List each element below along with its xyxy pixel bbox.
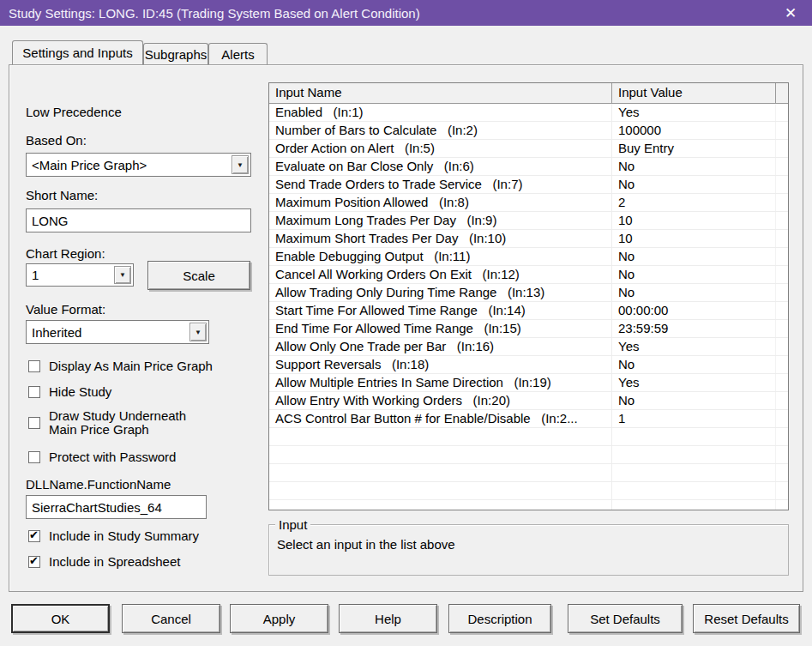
- input-value-cell[interactable]: Yes: [612, 374, 776, 391]
- input-value-cell[interactable]: 100000: [612, 122, 776, 139]
- checkbox-include-in-spreadsheet[interactable]: ✔ Include in Spreadsheet: [28, 555, 180, 569]
- input-value-cell[interactable]: 23:59:59: [612, 320, 776, 337]
- input-name-cell[interactable]: Allow Only One Trade per Bar (In:16): [269, 338, 612, 355]
- checkbox-include-in-study-summary[interactable]: ✔ Include in Study Summary: [28, 529, 199, 543]
- checkbox-box[interactable]: ✔: [28, 360, 40, 372]
- input-name-cell[interactable]: Order Action on Alert (In:5): [269, 140, 612, 157]
- input-name-cell[interactable]: [269, 446, 612, 463]
- table-row[interactable]: End Time For Allowed Time Range (In:15)2…: [269, 320, 788, 338]
- table-row[interactable]: Send Trade Orders to Trade Service (In:7…: [269, 176, 788, 194]
- table-row[interactable]: [269, 464, 788, 482]
- input-value-cell[interactable]: [612, 446, 776, 463]
- input-name-cell[interactable]: [269, 500, 612, 510]
- column-header-input-value[interactable]: Input Value: [612, 83, 776, 103]
- input-name-cell[interactable]: Maximum Position Allowed (In:8): [269, 194, 612, 211]
- help-button[interactable]: Help: [339, 604, 437, 633]
- input-name-cell[interactable]: Maximum Long Trades Per Day (In:9): [269, 212, 612, 229]
- input-name-cell[interactable]: Start Time For Allowed Time Range (In:14…: [269, 302, 612, 319]
- input-value-cell[interactable]: No: [612, 284, 776, 301]
- input-name-cell[interactable]: Allow Trading Only During Time Range (In…: [269, 284, 612, 301]
- input-value-cell[interactable]: 00:00:00: [612, 302, 776, 319]
- tab-settings-and-inputs[interactable]: Settings and Inputs: [12, 40, 143, 64]
- table-row[interactable]: Cancel All Working Orders On Exit (In:12…: [269, 266, 788, 284]
- table-row[interactable]: Support Reversals (In:18)No: [269, 356, 788, 374]
- input-value-cell[interactable]: 10: [612, 230, 776, 247]
- checkbox-display-as-main-price-graph[interactable]: ✔ Display As Main Price Graph: [28, 359, 213, 373]
- table-row[interactable]: Allow Trading Only During Time Range (In…: [269, 284, 788, 302]
- input-name-cell[interactable]: Evaluate on Bar Close Only (In:6): [269, 158, 612, 175]
- input-value-cell[interactable]: [612, 428, 776, 445]
- input-value-cell[interactable]: Buy Entry: [612, 140, 776, 157]
- table-row[interactable]: Maximum Position Allowed (In:8)2: [269, 194, 788, 212]
- dll-function-name-input[interactable]: SierraChartStudies_64: [26, 495, 207, 519]
- table-row[interactable]: Number of Bars to Calculate (In:2)100000: [269, 122, 788, 140]
- checkbox-box[interactable]: ✔: [28, 556, 40, 568]
- based-on-select[interactable]: <Main Price Graph> ▼: [26, 153, 251, 177]
- table-row[interactable]: Maximum Long Trades Per Day (In:9)10: [269, 212, 788, 230]
- input-value-cell[interactable]: No: [612, 392, 776, 409]
- input-value-cell[interactable]: No: [612, 356, 776, 373]
- input-value-cell[interactable]: Yes: [612, 338, 776, 355]
- table-row[interactable]: Enabled (In:1)Yes: [269, 104, 788, 122]
- checkbox-hide-study[interactable]: ✔ Hide Study: [28, 385, 111, 399]
- table-row[interactable]: Allow Only One Trade per Bar (In:16)Yes: [269, 338, 788, 356]
- checkbox-draw-study-underneath[interactable]: ✔ Draw Study Underneath Main Price Graph: [28, 409, 186, 437]
- cancel-button[interactable]: Cancel: [122, 604, 220, 633]
- input-name-cell[interactable]: Allow Entry With Working Orders (In:20): [269, 392, 612, 409]
- checkbox-box[interactable]: ✔: [28, 386, 40, 398]
- input-name-cell[interactable]: ACS Control Bar Button # for Enable/Disa…: [269, 410, 612, 427]
- description-button[interactable]: Description: [448, 604, 551, 633]
- chart-region-select[interactable]: 1 ▼: [26, 263, 134, 287]
- table-row[interactable]: [269, 482, 788, 500]
- table-row[interactable]: Maximum Short Trades Per Day (In:10)10: [269, 230, 788, 248]
- input-value-cell[interactable]: [612, 482, 776, 499]
- input-name-cell[interactable]: Enabled (In:1): [269, 104, 612, 121]
- input-name-cell[interactable]: Maximum Short Trades Per Day (In:10): [269, 230, 612, 247]
- input-name-cell[interactable]: Cancel All Working Orders On Exit (In:12…: [269, 266, 612, 283]
- checkbox-box[interactable]: ✔: [28, 417, 40, 429]
- scale-button[interactable]: Scale: [147, 261, 250, 290]
- value-format-select[interactable]: Inherited ▼: [26, 320, 209, 344]
- input-value-cell[interactable]: [612, 500, 776, 510]
- table-row[interactable]: [269, 446, 788, 464]
- input-name-cell[interactable]: Send Trade Orders to Trade Service (In:7…: [269, 176, 612, 193]
- column-header-input-name[interactable]: Input Name: [269, 83, 612, 103]
- input-value-cell[interactable]: No: [612, 176, 776, 193]
- ok-button[interactable]: OK: [11, 604, 110, 633]
- table-row[interactable]: Evaluate on Bar Close Only (In:6)No: [269, 158, 788, 176]
- input-value-cell[interactable]: 10: [612, 212, 776, 229]
- chevron-down-icon[interactable]: ▼: [189, 323, 207, 341]
- input-name-cell[interactable]: Allow Multiple Entries In Same Direction…: [269, 374, 612, 391]
- reset-defaults-button[interactable]: Reset Defaults: [693, 604, 800, 633]
- checkbox-box[interactable]: ✔: [28, 451, 40, 463]
- table-row[interactable]: [269, 428, 788, 446]
- table-row[interactable]: Enable Debugging Output (In:11)No: [269, 248, 788, 266]
- table-row[interactable]: Allow Entry With Working Orders (In:20)N…: [269, 392, 788, 410]
- chevron-down-icon[interactable]: ▼: [232, 155, 249, 174]
- apply-button[interactable]: Apply: [230, 604, 328, 633]
- table-row[interactable]: Order Action on Alert (In:5)Buy Entry: [269, 140, 788, 158]
- input-name-cell[interactable]: End Time For Allowed Time Range (In:15): [269, 320, 612, 337]
- input-name-cell[interactable]: Number of Bars to Calculate (In:2): [269, 122, 612, 139]
- tab-alerts[interactable]: Alerts: [208, 43, 268, 64]
- table-row[interactable]: ACS Control Bar Button # for Enable/Disa…: [269, 410, 788, 428]
- table-row[interactable]: Allow Multiple Entries In Same Direction…: [269, 374, 788, 392]
- input-name-cell[interactable]: Enable Debugging Output (In:11): [269, 248, 612, 265]
- tab-subgraphs[interactable]: Subgraphs: [143, 43, 208, 64]
- chevron-down-icon[interactable]: ▼: [114, 266, 131, 284]
- input-value-cell[interactable]: No: [612, 158, 776, 175]
- input-value-cell[interactable]: Yes: [612, 104, 776, 121]
- input-value-cell[interactable]: No: [612, 266, 776, 283]
- checkbox-box[interactable]: ✔: [28, 530, 40, 542]
- input-name-cell[interactable]: [269, 464, 612, 481]
- input-name-cell[interactable]: Support Reversals (In:18): [269, 356, 612, 373]
- short-name-input[interactable]: LONG: [26, 208, 251, 232]
- table-row[interactable]: Start Time For Allowed Time Range (In:14…: [269, 302, 788, 320]
- input-value-cell[interactable]: 1: [612, 410, 776, 427]
- input-name-cell[interactable]: [269, 482, 612, 499]
- input-value-cell[interactable]: [612, 464, 776, 481]
- close-icon[interactable]: ✕: [778, 0, 803, 26]
- set-defaults-button[interactable]: Set Defaults: [568, 604, 683, 633]
- checkbox-protect-with-password[interactable]: ✔ Protect with Password: [28, 450, 176, 464]
- input-value-cell[interactable]: 2: [612, 194, 776, 211]
